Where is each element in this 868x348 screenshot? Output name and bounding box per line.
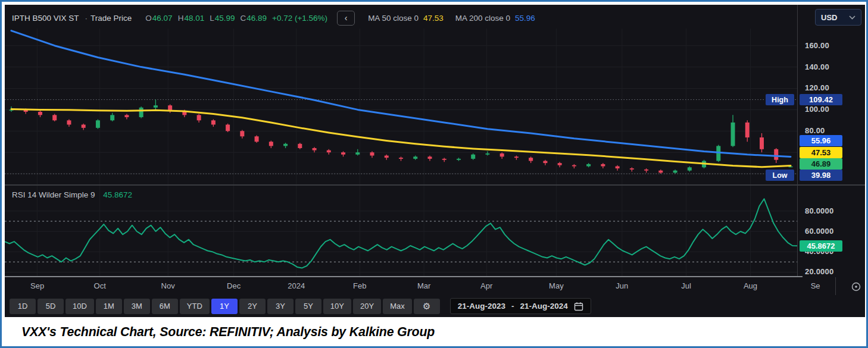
axis-settings-icon[interactable] <box>847 280 865 294</box>
time-axis-label: Nov <box>161 281 175 290</box>
ma200-price-badge: 55.96 <box>800 135 842 146</box>
ohlc-values: O46.07H48.01L45.99C46.89 <box>140 14 267 23</box>
time-axis-label: Feb <box>353 281 366 290</box>
range-toolbar: 1D5D10D1M3M6MYTD1Y2Y3Y5Y10Y20YMax ⚙ 21-A… <box>5 295 865 317</box>
low-price-badge: 39.98 <box>800 170 842 181</box>
ohlc-value: 48.01 <box>184 14 204 23</box>
change-value: +0.72 (+1.56%) <box>272 14 327 23</box>
price-axis[interactable]: USD 160.00140.00120.00100.0080.00109.42H… <box>797 5 865 276</box>
range-button-5y[interactable]: 5Y <box>295 299 321 314</box>
time-axis-label: Dec <box>227 281 241 290</box>
time-axis-label: 2024 <box>288 281 305 290</box>
chevron-down-icon <box>849 15 855 20</box>
time-axis-label: Oct <box>94 281 106 290</box>
range-button-max[interactable]: Max <box>383 299 412 314</box>
high-price-badge: 109.42 <box>800 94 842 105</box>
collapse-legend-button[interactable]: ‹ <box>337 11 355 26</box>
ma50-price-badge: 47.53 <box>800 147 842 158</box>
ma50-value: 47.53 <box>423 14 444 23</box>
ohlc-key: C <box>241 14 246 23</box>
time-axis-label: Apr <box>480 281 492 290</box>
price-axis-tick: 120.00 <box>805 83 829 92</box>
target-circle-icon <box>851 281 861 292</box>
header-separator: · <box>85 14 88 23</box>
series-label: Trade Price <box>90 14 132 23</box>
rsi-axis-tick: 80.0000 <box>805 206 833 215</box>
time-axis-label: Jun <box>616 281 628 290</box>
currency-selector[interactable]: USD <box>815 9 861 26</box>
range-button-6m[interactable]: 6M <box>152 299 178 314</box>
time-axis-divider <box>835 277 836 295</box>
range-button-2y[interactable]: 2Y <box>239 299 266 314</box>
time-axis-label: May <box>549 281 564 290</box>
range-button-5d[interactable]: 5D <box>38 299 64 314</box>
rsi-value: 45.8672 <box>103 190 132 199</box>
time-axis-label: Se <box>811 281 820 290</box>
ohlc-value: 46.89 <box>246 14 267 23</box>
range-button-3m[interactable]: 3M <box>124 299 150 314</box>
ohlc-value: 45.99 <box>215 14 235 23</box>
instrument-name: IPTH B500 VIX ST <box>12 14 79 23</box>
low-marker-chip: Low <box>766 170 794 181</box>
chart-window: IPTH B500 VIX ST · Trade Price O46.07H48… <box>0 0 868 348</box>
date-end: 21-Aug-2024 <box>520 302 568 311</box>
ma200-value: 55.96 <box>515 14 535 23</box>
currency-value: USD <box>821 13 837 22</box>
time-axis-label: Aug <box>744 281 757 290</box>
range-button-1m[interactable]: 1M <box>96 299 122 314</box>
price-axis-tick: 140.00 <box>805 62 829 71</box>
price-axis-tick: 100.00 <box>805 105 829 114</box>
range-button-3y[interactable]: 3Y <box>267 299 294 314</box>
rsi-label: RSI 14 Wilder Simple 9 <box>12 190 95 199</box>
time-axis-label: Jul <box>681 281 691 290</box>
charting-app: IPTH B500 VIX ST · Trade Price O46.07H48… <box>5 5 865 317</box>
time-axis-label: Mar <box>417 281 430 290</box>
ohlc-key: H <box>178 14 184 23</box>
range-buttons: 1D5D10D1M3M6MYTD1Y2Y3Y5Y10Y20YMax <box>10 299 414 314</box>
date-start: 21-Aug-2023 <box>458 302 505 311</box>
range-button-10d[interactable]: 10D <box>65 299 94 314</box>
ohlc-value: 46.07 <box>152 14 173 23</box>
time-axis-label: Sep <box>30 281 44 290</box>
time-axis[interactable]: SepOctNovDec2024FebMarAprMayJunJulAugSe <box>5 277 838 295</box>
date-range-separator: - <box>511 302 514 311</box>
range-button-1y[interactable]: 1Y <box>211 299 238 314</box>
gear-icon: ⚙ <box>423 301 430 312</box>
caption-text: VXX's Technical Chart, Source: REFINITIV… <box>21 324 435 340</box>
date-range-picker[interactable]: 21-Aug-2023 - 21-Aug-2024 <box>450 298 591 314</box>
price-axis-tick: 160.00 <box>805 41 829 50</box>
high-marker-chip: High <box>766 94 794 105</box>
close-price-badge: 46.89 <box>800 158 842 170</box>
ohlc-key: L <box>210 14 214 23</box>
range-button-10y[interactable]: 10Y <box>323 299 351 314</box>
ma200-label: MA 200 close 0 <box>455 14 510 23</box>
rsi-header: RSI 14 Wilder Simple 9 45.8672 <box>12 190 132 199</box>
price-pane-chart[interactable] <box>5 29 797 184</box>
instrument-header: IPTH B500 VIX ST · Trade Price O46.07H48… <box>12 11 535 25</box>
ma50-label: MA 50 close 0 <box>368 14 419 23</box>
rsi-pane-chart[interactable] <box>5 186 797 277</box>
chart-settings-button[interactable]: ⚙ <box>414 299 440 314</box>
rsi-axis-tick: 60.0000 <box>805 227 833 236</box>
range-button-1d[interactable]: 1D <box>10 299 36 314</box>
range-button-20y[interactable]: 20Y <box>353 299 381 314</box>
price-axis-tick: 80.00 <box>805 126 825 135</box>
range-button-ytd[interactable]: YTD <box>180 299 210 314</box>
calendar-icon <box>574 302 583 311</box>
ohlc-key: O <box>145 14 152 23</box>
rsi-value-badge: 45.8672 <box>800 240 842 252</box>
figure-caption: VXX's Technical Chart, Source: REFINITIV… <box>4 317 864 346</box>
rsi-axis-tick: 20.0000 <box>805 267 833 276</box>
